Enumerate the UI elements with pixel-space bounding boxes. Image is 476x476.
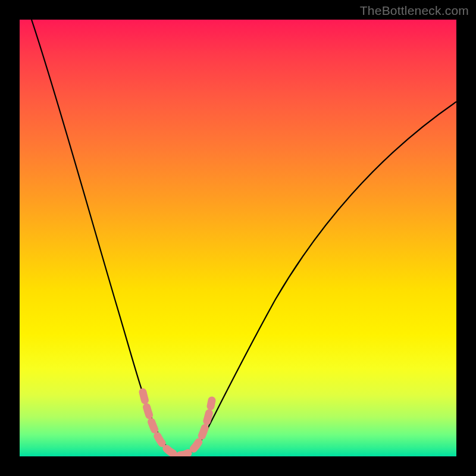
trough-highlight bbox=[143, 392, 212, 455]
plot-area bbox=[20, 20, 456, 456]
chart-frame: TheBottleneck.com bbox=[0, 0, 476, 476]
watermark-text: TheBottleneck.com bbox=[360, 4, 469, 18]
bottleneck-curve bbox=[32, 20, 456, 456]
bottleneck-curve-svg bbox=[20, 20, 456, 456]
